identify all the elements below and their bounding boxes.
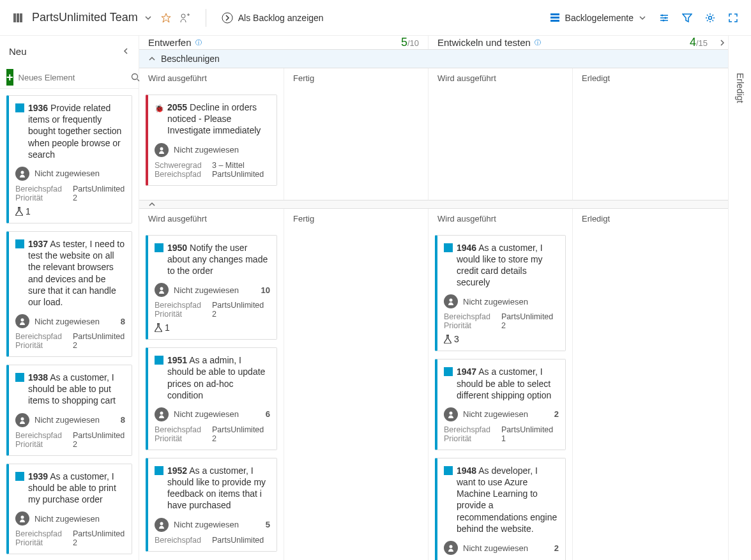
work-item-card[interactable]: 1948 As developer, I want to use Azure M… — [435, 458, 566, 560]
chevron-down-icon — [144, 14, 152, 22]
effort-value: 8 — [121, 317, 125, 326]
svg-point-9 — [665, 17, 667, 19]
field-priority-label: Priorität — [444, 321, 495, 330]
info-icon[interactable]: ⓘ — [535, 38, 541, 47]
work-item-card[interactable]: 1950 Notify the user about any changes m… — [146, 235, 277, 340]
field-area-value: PartsUnlimited — [501, 425, 553, 434]
unassigned-avatar-icon — [444, 294, 458, 308]
pbi-icon — [444, 367, 453, 376]
pbi-icon — [155, 243, 163, 252]
work-item-card[interactable]: 1951 As a admin, I should be able to upd… — [146, 347, 277, 450]
work-item-card[interactable]: 1936 Provide related items or frequently… — [6, 95, 132, 223]
subcol-running: Wird ausgeführt — [429, 209, 572, 229]
column-entwerfen-title: Entwerfen ⓘ — [148, 37, 202, 48]
settings-gear-icon[interactable] — [705, 13, 715, 23]
team-members-icon[interactable] — [180, 13, 190, 23]
field-priority-label: Priorität — [155, 434, 206, 443]
chevron-down-icon — [639, 14, 646, 22]
pbi-icon — [155, 356, 163, 365]
field-area-value: PartsUnlimited — [73, 332, 125, 341]
kanban-board: Entwerfen ⓘ 5/10 Entwickeln und testen ⓘ… — [139, 36, 728, 560]
subcol-done: Fertig — [284, 68, 428, 88]
field-area-label: Bereichspfad — [15, 529, 66, 538]
subcol-done: Fertig — [284, 209, 428, 229]
pbi-icon — [15, 239, 24, 248]
pbi-icon — [15, 472, 24, 481]
work-item-card[interactable]: 1947 As a customer, I should be able to … — [435, 359, 566, 450]
column-entwickeln-title: Entwickeln und testen ⓘ — [437, 37, 541, 48]
work-item-card[interactable]: 1939 As a customer, I should be able to … — [6, 464, 132, 555]
effort-value: 8 — [121, 415, 125, 425]
svg-point-21 — [450, 299, 453, 302]
chevron-up-icon — [148, 55, 156, 63]
swimlane-beschleunigen-header[interactable]: Beschleunigen — [139, 49, 728, 68]
work-item-card[interactable]: 1937 As tester, I need to test the websi… — [6, 231, 132, 357]
field-area-label: Bereichspfad — [15, 431, 66, 440]
work-item-card[interactable]: 1952 As a customer, I should like to pro… — [146, 458, 277, 552]
column-erledigt-collapsed[interactable]: Erledigt — [728, 36, 751, 560]
search-icon[interactable] — [131, 73, 140, 82]
card-title: 1946 As a customer, I would like to stor… — [457, 242, 559, 289]
team-selector[interactable]: PartsUnlimited Team — [32, 11, 152, 24]
card-title: 1938 As a customer, I should be able to … — [28, 372, 125, 407]
assignee-label: Nicht zugewiesen — [463, 409, 528, 419]
favorite-star-icon[interactable] — [161, 13, 171, 23]
work-item-card[interactable]: 1938 As a customer, I should be able to … — [6, 365, 132, 456]
column-erledigt-title: Erledigt — [735, 73, 745, 103]
assignee-label: Nicht zugewiesen — [174, 145, 239, 155]
field-priority-label: Priorität — [15, 538, 66, 547]
filter-icon[interactable] — [682, 13, 692, 23]
field-area-label: Bereichspfad — [155, 301, 206, 310]
subcol-running: Wird ausgeführt — [139, 209, 284, 229]
svg-point-19 — [160, 411, 163, 414]
effort-value: 6 — [266, 409, 270, 419]
unassigned-avatar-icon — [155, 283, 169, 297]
unassigned-avatar-icon — [155, 518, 169, 532]
field-severity-value: 3 – Mittel — [212, 161, 245, 170]
svg-point-22 — [450, 411, 453, 414]
field-area-label: Bereichspfad — [155, 170, 206, 179]
field-area-value: PartsUnlimited — [212, 170, 264, 179]
expand-right-icon[interactable] — [718, 39, 726, 47]
field-priority-label: Priorität — [444, 434, 495, 443]
field-priority-value: 2 — [212, 434, 216, 443]
fullscreen-icon[interactable] — [728, 13, 738, 23]
svg-point-3 — [181, 14, 185, 18]
work-item-card[interactable]: 2055 Decline in orders noticed - Please … — [146, 95, 277, 186]
card-title: 1947 As a customer, I should be able to … — [457, 366, 559, 401]
unassigned-avatar-icon — [444, 407, 458, 421]
field-area-label: Bereichspfad — [155, 425, 206, 434]
assignee-label: Nicht zugewiesen — [463, 543, 528, 553]
info-icon[interactable]: ⓘ — [195, 38, 202, 47]
arrow-circle-icon — [222, 12, 233, 24]
unassigned-avatar-icon — [444, 541, 458, 555]
field-priority-value: 2 — [73, 538, 77, 547]
collapse-left-icon[interactable] — [122, 47, 130, 55]
field-priority-label: Priorität — [15, 341, 66, 350]
show-as-backlog[interactable]: Als Backlog anzeigen — [222, 12, 324, 24]
work-item-card[interactable]: 1946 As a customer, I would like to stor… — [435, 235, 566, 352]
swimlane-default-toggle[interactable] — [139, 200, 728, 209]
new-item-input[interactable] — [19, 73, 126, 82]
field-priority-value: 2 — [212, 310, 216, 319]
view-options-icon[interactable] — [659, 13, 669, 23]
effort-value: 2 — [554, 409, 559, 419]
unassigned-avatar-icon — [15, 167, 29, 181]
subcol-erledigt: Erledigt — [573, 209, 717, 229]
svg-rect-1 — [17, 13, 19, 22]
add-new-item-button[interactable]: + — [6, 69, 13, 86]
effort-value: 2 — [554, 543, 559, 553]
svg-point-17 — [160, 147, 163, 150]
field-priority-label: Priorität — [155, 310, 206, 319]
field-area-value: PartsUnlimited — [73, 185, 125, 193]
svg-rect-0 — [13, 13, 16, 22]
card-title: 1939 As a customer, I should be able to … — [28, 471, 125, 506]
board-icon — [13, 13, 23, 23]
show-as-backlog-label: Als Backlog anzeigen — [238, 13, 324, 23]
pbi-icon — [444, 243, 453, 252]
test-count: 3 — [444, 334, 559, 344]
svg-point-18 — [160, 287, 163, 291]
card-title: 1948 As developer, I want to use Azure M… — [457, 465, 559, 534]
card-title: 1951 As a admin, I should be able to upd… — [167, 354, 270, 401]
backlog-level-selector[interactable]: Backlogelemente — [550, 13, 646, 23]
